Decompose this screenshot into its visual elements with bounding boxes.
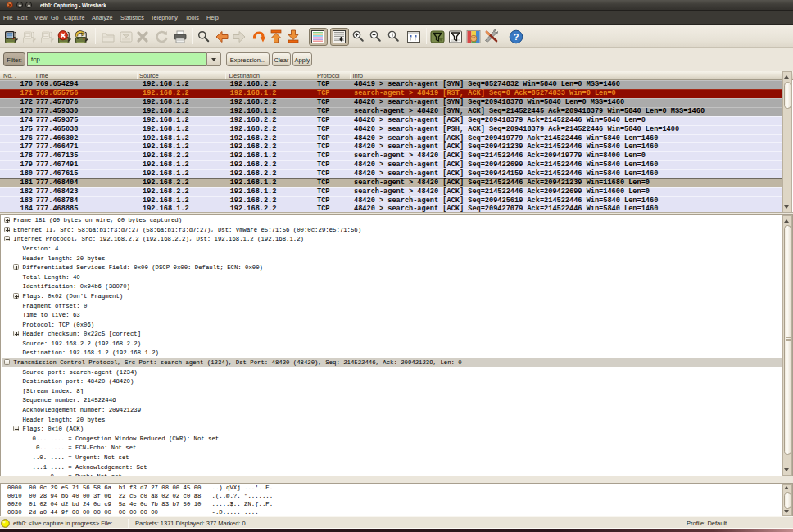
svg-text:?: ?	[514, 31, 519, 41]
